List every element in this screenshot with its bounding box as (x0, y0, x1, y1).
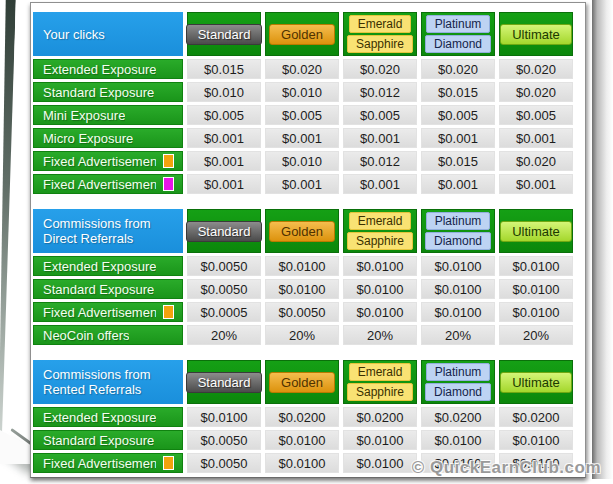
price-cell: $0.001 (343, 174, 417, 194)
plan-header-cell: Golden (265, 360, 339, 404)
table-title: Your clicks (33, 12, 183, 56)
price-cell: $0.020 (499, 82, 573, 102)
pricing-table: Commissions from Rented ReferralsStandar… (33, 360, 577, 473)
plan-badge: Ultimate (500, 24, 572, 45)
price-cell: $0.0100 (343, 430, 417, 450)
price-cell: $0.0100 (265, 453, 339, 473)
plan-badge: Diamond (425, 232, 491, 250)
plan-badge: Standard (186, 24, 263, 45)
plan-badge: Sapphire (347, 35, 413, 53)
price-cell: $0.001 (187, 128, 261, 148)
plan-badge: Diamond (425, 383, 491, 401)
price-cell: $0.020 (421, 59, 495, 79)
plan-badge: Platinum (426, 212, 491, 230)
plan-header-cell: PlatinumDiamond (421, 209, 495, 253)
plan-badge: Standard (186, 372, 263, 393)
price-cell: $0.0100 (265, 430, 339, 450)
price-cell: 20% (421, 325, 495, 345)
row-label: Fixed Advertisements (33, 302, 183, 322)
plan-header-cell: EmeraldSapphire (343, 209, 417, 253)
row-label: Standard Exposure (33, 279, 183, 299)
price-cell: $0.005 (343, 105, 417, 125)
plan-badge: Emerald (349, 212, 412, 230)
page-curl-edge (0, 0, 16, 438)
plan-header-cell: Ultimate (499, 209, 573, 253)
row-label: Micro Exposure (33, 128, 183, 148)
price-cell: $0.020 (499, 151, 573, 171)
price-cell: $0.0100 (343, 256, 417, 276)
row-label: Fixed Advertisements (33, 151, 183, 171)
row-label: NeoCoin offers (33, 325, 183, 345)
price-cell: $0.0100 (265, 256, 339, 276)
price-cell: $0.020 (265, 59, 339, 79)
price-cell: $0.015 (421, 151, 495, 171)
price-cell: $0.001 (421, 128, 495, 148)
price-cell: $0.012 (343, 82, 417, 102)
price-cell: $0.010 (265, 82, 339, 102)
price-cell: $0.005 (421, 105, 495, 125)
price-cell: $0.0100 (421, 302, 495, 322)
row-label-text: Extended Exposure (43, 62, 156, 77)
table-title: Commissions from Direct Referrals (33, 209, 183, 253)
row-label-text: Fixed Advertisements (43, 177, 156, 192)
price-cell: $0.012 (343, 151, 417, 171)
row-label: Mini Exposure (33, 105, 183, 125)
price-cell: $0.0200 (421, 407, 495, 427)
price-cell: $0.020 (499, 59, 573, 79)
row-label: Standard Exposure (33, 82, 183, 102)
row-label: Extended Exposure (33, 256, 183, 276)
back-page-decoration (592, 0, 613, 479)
magenta-marker-icon (163, 177, 174, 191)
plan-badge: Golden (269, 372, 335, 393)
row-label: Standard Exposure (33, 430, 183, 450)
price-cell: $0.005 (499, 105, 573, 125)
price-cell: 20% (187, 325, 261, 345)
price-cell: $0.0050 (265, 302, 339, 322)
plan-header-cell: Golden (265, 209, 339, 253)
row-label: Fixed Advertisements (33, 453, 183, 473)
price-cell: $0.005 (265, 105, 339, 125)
row-label: Fixed Advertisements (33, 174, 183, 194)
price-cell: $0.0200 (499, 407, 573, 427)
plan-header-cell: Standard (187, 360, 261, 404)
price-cell: $0.015 (187, 59, 261, 79)
price-cell: $0.001 (343, 128, 417, 148)
plan-badge: Golden (269, 221, 335, 242)
price-cell: $0.0100 (265, 279, 339, 299)
row-label-text: Standard Exposure (43, 85, 154, 100)
row-label-text: Fixed Advertisements (43, 305, 156, 320)
price-cell: $0.010 (187, 82, 261, 102)
row-label-text: NeoCoin offers (43, 328, 129, 343)
price-cell: $0.0200 (343, 407, 417, 427)
price-cell: $0.0050 (187, 256, 261, 276)
price-cell: $0.0005 (187, 302, 261, 322)
price-cell: $0.0100 (421, 279, 495, 299)
price-cell: $0.0100 (187, 407, 261, 427)
plan-badge: Golden (269, 24, 335, 45)
row-label: Extended Exposure (33, 59, 183, 79)
price-cell: $0.005 (187, 105, 261, 125)
plan-badge: Ultimate (500, 221, 572, 242)
price-cell: $0.0100 (499, 430, 573, 450)
price-cell: $0.0100 (343, 279, 417, 299)
pricing-table: Commissions from Direct ReferralsStandar… (33, 209, 577, 345)
price-cell: $0.010 (265, 151, 339, 171)
price-cell: $0.001 (187, 151, 261, 171)
plan-badge: Platinum (426, 15, 491, 33)
row-label-text: Fixed Advertisements (43, 456, 156, 471)
price-cell: $0.001 (499, 174, 573, 194)
price-cell: $0.0200 (265, 407, 339, 427)
price-cell: 20% (343, 325, 417, 345)
row-label-text: Extended Exposure (43, 259, 156, 274)
plan-badge: Emerald (349, 15, 412, 33)
price-cell: $0.0050 (187, 279, 261, 299)
price-cell: $0.020 (343, 59, 417, 79)
price-cell: $0.0100 (499, 302, 573, 322)
plan-header-cell: PlatinumDiamond (421, 360, 495, 404)
orange-marker-icon (163, 154, 174, 168)
plan-header-cell: EmeraldSapphire (343, 360, 417, 404)
pricing-panel: Your clicksStandardGoldenEmeraldSapphire… (30, 2, 586, 478)
price-cell: $0.001 (499, 128, 573, 148)
table-title: Commissions from Rented Referrals (33, 360, 183, 404)
price-cell: 20% (265, 325, 339, 345)
